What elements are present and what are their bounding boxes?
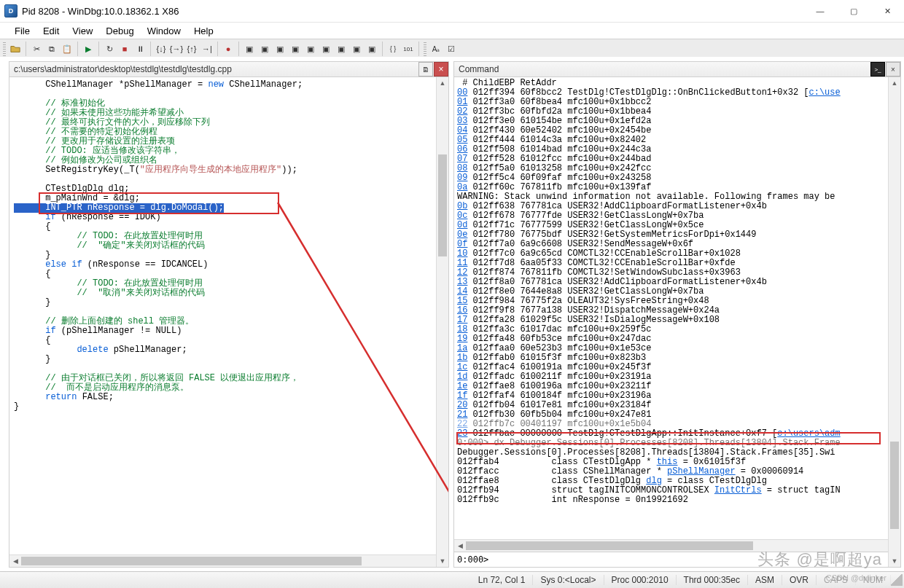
step-over-icon[interactable]: {→} [169,42,184,56]
menu-bar: File Edit View Debug Window Help [0,23,904,39]
source-pane: c:\users\administrator\desktop\testdlg\t… [9,61,449,568]
watch-window-icon[interactable]: ▣ [257,42,272,56]
font-icon[interactable]: Aₐ [429,42,443,56]
memory-window-icon[interactable]: ▣ [303,42,318,56]
command-prompt: 0:000> [457,554,488,565]
restart-icon[interactable]: ↻ [102,42,117,56]
registers-window-icon[interactable]: ▣ [288,42,303,56]
copy-icon[interactable]: ⧉ [44,42,59,56]
workspace: c:\users\administrator\desktop\testdlg\t… [0,57,904,572]
source-vscrollbar[interactable]: ▲ ▼ [436,77,448,567]
run-to-cursor-icon[interactable]: →| [200,42,214,56]
go-icon[interactable]: ▶ [81,42,96,56]
source-pane-title: c:\users\administrator\desktop\testdlg\t… [14,64,418,74]
menu-edit[interactable]: Edit [37,24,65,38]
resize-grip[interactable] [891,574,903,586]
menu-help[interactable]: Help [188,24,219,38]
menu-window[interactable]: Window [141,24,187,38]
step-out-icon[interactable]: {↑} [184,42,199,56]
options-icon[interactable]: ☑ [444,42,459,56]
window-title: Pid 8208 - WinDbg:10.0.18362.1 X86 [22,6,803,17]
source-code-area[interactable]: CShellManager *pShellManager = new CShel… [9,77,448,554]
processes-window-icon[interactable]: ▣ [365,42,379,56]
status-lncol: Ln 72, Col 1 [471,575,534,585]
source-hscrollbar[interactable]: ◀ ▶ [9,554,448,567]
status-sys: Sys 0:<Local> [533,575,604,585]
status-proc: Proc 000:2010 [604,575,677,585]
command-window-icon[interactable]: ▣ [242,42,257,56]
source-pane-close-button[interactable]: × [434,62,448,77]
status-caps: CAPS [817,575,856,585]
status-ovr: OVR [782,575,817,585]
cut-icon[interactable]: ✂ [29,42,44,56]
app-icon: D [4,4,17,17]
breakpoint-icon[interactable]: ● [221,42,235,56]
stop-icon[interactable]: ■ [117,42,132,56]
source-mode-icon[interactable]: { } [386,42,400,56]
command-output-area[interactable]: # ChildEBP RetAddr 00 012ff394 60f8bcc2 … [454,77,900,539]
pane-doc-icon[interactable]: 🗎 [418,62,433,77]
command-pane: Command >_ × # ChildEBP RetAddr 00 012ff… [453,61,901,568]
toolbar: ✂ ⧉ 📋 ▶ ↻ ■ ⏸ {↓} {→} {↑} →| ● ▣ ▣ ▣ ▣ ▣… [0,39,904,59]
command-vscrollbar[interactable]: ▲ ▼ [888,77,900,567]
terminal-icon[interactable]: >_ [870,62,885,77]
command-hscrollbar[interactable]: ◀ ▶ [454,539,900,552]
command-pane-title: Command [459,64,870,74]
toolbar-grip-2[interactable] [424,42,426,56]
status-bar: Ln 72, Col 1 Sys 0:<Local> Proc 000:2010… [0,571,904,588]
menu-debug[interactable]: Debug [100,24,139,38]
window-titlebar: D Pid 8208 - WinDbg:10.0.18362.1 X86 — ▢… [0,0,904,23]
scratchpad-window-icon[interactable]: ▣ [349,42,364,56]
callstack-window-icon[interactable]: ▣ [319,42,333,56]
step-into-icon[interactable]: {↓} [154,42,168,56]
command-pane-header: Command >_ × [454,62,900,77]
close-button[interactable]: ✕ [870,0,904,22]
command-input[interactable] [493,554,897,565]
paste-icon[interactable]: 📋 [60,42,74,56]
binary-mode-icon[interactable]: 101 [401,42,416,56]
menu-view[interactable]: View [66,24,98,38]
command-input-row: 0:000> [454,552,900,567]
locals-window-icon[interactable]: ▣ [273,42,287,56]
minimize-button[interactable]: — [803,0,837,22]
open-icon[interactable] [8,42,23,56]
status-num: NUM [856,575,891,585]
status-thrd: Thrd 000:35ec [677,575,748,585]
disasm-window-icon[interactable]: ▣ [334,42,348,56]
break-icon[interactable]: ⏸ [133,42,147,56]
toolbar-grip[interactable] [3,42,6,56]
status-asm: ASM [748,575,782,585]
source-pane-header: c:\users\administrator\desktop\testdlg\t… [9,62,448,77]
command-pane-close-button[interactable]: × [886,62,900,77]
maximize-button[interactable]: ▢ [837,0,870,22]
menu-file[interactable]: File [9,24,36,38]
